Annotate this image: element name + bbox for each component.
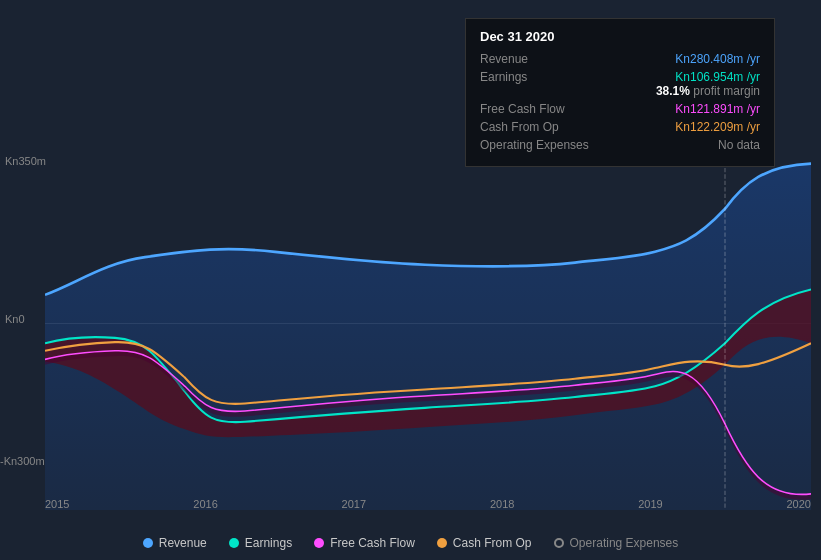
x-labels: 2015 2016 2017 2018 2019 2020 [45, 493, 811, 510]
tooltip-value-opex: No data [718, 138, 760, 152]
legend-label-cashfromop: Cash From Op [453, 536, 532, 550]
tooltip-label-fcf: Free Cash Flow [480, 102, 600, 116]
x-label-2019: 2019 [638, 498, 662, 510]
x-label-2016: 2016 [193, 498, 217, 510]
y-label-350: Kn350m [5, 155, 46, 167]
legend-item-earnings: Earnings [229, 536, 292, 550]
tooltip-box: Dec 31 2020 Revenue Kn280.408m /yr Earni… [465, 18, 775, 167]
tooltip-value-cashfromop: Kn122.209m /yr [675, 120, 760, 134]
x-label-2018: 2018 [490, 498, 514, 510]
tooltip-label-earnings: Earnings [480, 70, 600, 84]
y-label-0: Kn0 [5, 313, 25, 325]
legend-label-earnings: Earnings [245, 536, 292, 550]
tooltip-value-earnings: Kn106.954m /yr [675, 70, 760, 84]
tooltip-row-opex: Operating Expenses No data [480, 138, 760, 152]
tooltip-label-opex: Operating Expenses [480, 138, 600, 152]
tooltip-title: Dec 31 2020 [480, 29, 760, 44]
legend-label-opex: Operating Expenses [570, 536, 679, 550]
x-label-2015: 2015 [45, 498, 69, 510]
legend-dot-opex [554, 538, 564, 548]
y-label-n300: -Kn300m [0, 455, 45, 467]
legend-item-fcf: Free Cash Flow [314, 536, 415, 550]
tooltip-label-cashfromop: Cash From Op [480, 120, 600, 134]
legend-label-fcf: Free Cash Flow [330, 536, 415, 550]
legend-item-cashfromop: Cash From Op [437, 536, 532, 550]
legend-item-opex: Operating Expenses [554, 536, 679, 550]
tooltip-row-cashfromop: Cash From Op Kn122.209m /yr [480, 120, 760, 134]
x-label-2017: 2017 [342, 498, 366, 510]
profit-margin: 38.1% profit margin [656, 84, 760, 98]
tooltip-label-revenue: Revenue [480, 52, 600, 66]
tooltip-value-fcf: Kn121.891m /yr [675, 102, 760, 116]
chart-svg [45, 155, 811, 510]
legend-label-revenue: Revenue [159, 536, 207, 550]
legend: Revenue Earnings Free Cash Flow Cash Fro… [0, 536, 821, 550]
legend-dot-revenue [143, 538, 153, 548]
legend-item-revenue: Revenue [143, 536, 207, 550]
legend-dot-cashfromop [437, 538, 447, 548]
tooltip-row-earnings: Earnings Kn106.954m /yr 38.1% profit mar… [480, 70, 760, 98]
chart-container: Dec 31 2020 Revenue Kn280.408m /yr Earni… [0, 0, 821, 560]
tooltip-value-revenue: Kn280.408m /yr [675, 52, 760, 66]
tooltip-row-revenue: Revenue Kn280.408m /yr [480, 52, 760, 66]
x-label-2020: 2020 [786, 498, 810, 510]
legend-dot-earnings [229, 538, 239, 548]
legend-dot-fcf [314, 538, 324, 548]
tooltip-row-fcf: Free Cash Flow Kn121.891m /yr [480, 102, 760, 116]
